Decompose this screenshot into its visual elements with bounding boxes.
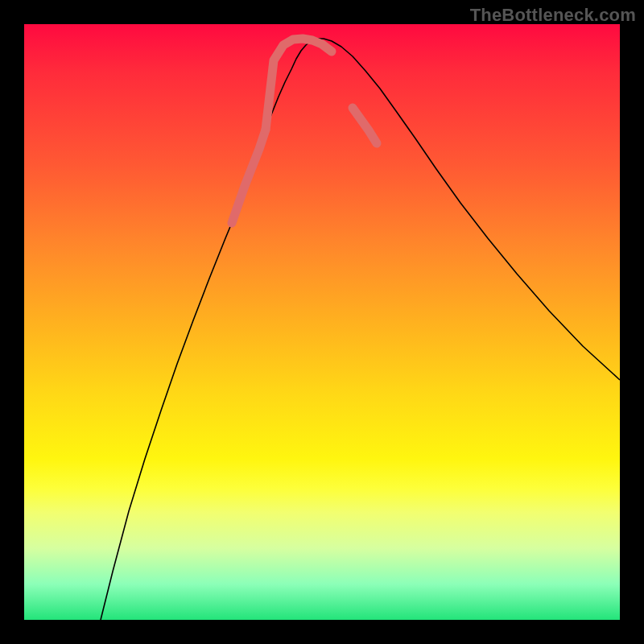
series-highlight-left [232, 130, 266, 223]
series-highlight-right [353, 108, 377, 143]
series-highlight-bottom [266, 39, 332, 130]
watermark-text: TheBottleneck.com [470, 5, 636, 26]
chart-frame: TheBottleneck.com [0, 0, 644, 644]
curve-overlay [24, 24, 620, 620]
